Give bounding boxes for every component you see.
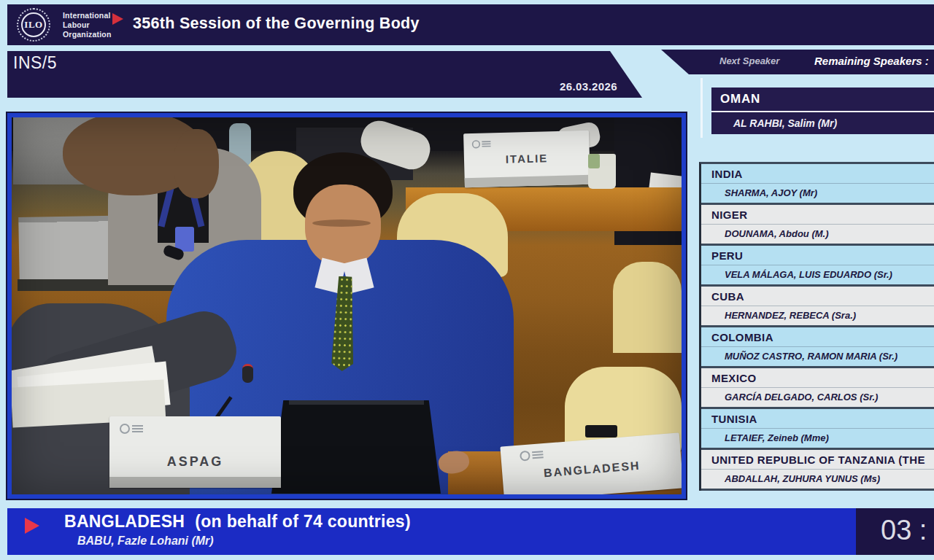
queue-speaker-name: VELA MÁLAGA, LUIS EDUARDO (Sr.) (701, 265, 934, 284)
queue-country: CUBA (701, 287, 934, 306)
queue-speaker-name: HERNANDEZ, REBECA (Sra.) (701, 306, 934, 324)
session-date: 26.03.2026 (560, 80, 617, 93)
queue-country: INDIA (701, 164, 934, 184)
queue-speaker-name: GARCÍA DELGADO, CARLOS (Sr.) (701, 388, 934, 406)
red-play-arrow-icon (25, 518, 39, 534)
session-title: 356th Session of the Governing Body (133, 4, 420, 42)
speaker-queue: INDIA SHARMA, AJOY (Mr) NIGER DOUNAMA, A… (699, 162, 934, 491)
current-speaker-country: BANGLADESH (64, 512, 185, 531)
current-speaker-name: BABU, Fazle Lohani (Mr) (77, 534, 214, 548)
queue-speaker-name: ABDALLAH, ZUHURA YUNUS (Ms) (701, 470, 934, 488)
speaker-queue-row: TUNISIA LETAIEF, Zeineb (Mme) (701, 409, 934, 450)
queue-speaker-name: DOUNAMA, Abdou (M.) (701, 225, 934, 243)
remaining-speakers-label: Remaining Speakers : (814, 55, 929, 67)
org-name-line1: International (63, 11, 112, 20)
speech-timer: 03 : (856, 508, 934, 555)
speech-timer-value: 03 : (881, 515, 927, 546)
vignette-overlay (12, 117, 682, 494)
agenda-item-bar: INS/5 26.03.2026 (7, 51, 642, 98)
speaker-queue-row: INDIA SHARMA, AJOY (Mr) (701, 164, 934, 205)
queue-country: NIGER (701, 205, 934, 225)
queue-country: COLOMBIA (701, 327, 934, 347)
speaker-queue-row: MEXICO GARCÍA DELGADO, CARLOS (Sr.) (701, 368, 934, 409)
queue-speaker-name: LETAIEF, Zeineb (Mme) (701, 429, 934, 447)
current-speaker-country-line: BANGLADESH(on behalf of 74 countries) (64, 512, 411, 532)
speaker-queue-row: CUBA HERNANDEZ, REBECA (Sra.) (701, 287, 934, 327)
next-speaker-country: OMAN (711, 88, 934, 112)
org-name-line2: Labour (63, 20, 112, 30)
queue-speaker-name: SHARMA, AJOY (Mr) (701, 184, 934, 202)
next-speaker-name: AL RAHBI, Salim (Mr) (711, 112, 934, 134)
agenda-item-code: INS/5 (13, 53, 57, 73)
queue-country: PERU (701, 246, 934, 265)
top-header-bar: ILO International Labour Organization 35… (7, 4, 934, 45)
video-feed: S ITALIE (7, 113, 686, 499)
divider-line (700, 78, 703, 138)
speaker-queue-row: COLOMBIA MUÑOZ CASTRO, RAMON MARIA (Sr.) (701, 327, 934, 368)
ilo-logo-monogram: ILO (21, 12, 46, 37)
conference-room-scene: S ITALIE (12, 117, 682, 494)
org-name: International Labour Organization (63, 11, 112, 39)
red-play-arrow-icon (112, 13, 123, 25)
current-speaker-bar: BANGLADESH(on behalf of 74 countries) BA… (7, 508, 856, 555)
current-speaker-detail: (on behalf of 74 countries) (195, 512, 411, 531)
next-speaker-header-bar: Next Speaker Remaining Speakers : (661, 50, 934, 74)
queue-country: UNITED REPUBLIC OF TANZANIA (THE (701, 450, 934, 470)
queue-country: MEXICO (701, 368, 934, 388)
next-speaker-card: OMAN AL RAHBI, Salim (Mr) (711, 88, 934, 134)
next-speaker-label: Next Speaker (719, 55, 779, 66)
ilo-logo-icon: ILO (17, 8, 50, 42)
queue-country: TUNISIA (701, 409, 934, 429)
speaker-queue-row: PERU VELA MÁLAGA, LUIS EDUARDO (Sr.) (701, 246, 934, 287)
speaker-queue-row: UNITED REPUBLIC OF TANZANIA (THE ABDALLA… (701, 450, 934, 491)
queue-speaker-name: MUÑOZ CASTRO, RAMON MARIA (Sr.) (701, 347, 934, 365)
speaker-queue-row: NIGER DOUNAMA, Abdou (M.) (701, 205, 934, 246)
org-name-line3: Organization (63, 30, 112, 39)
